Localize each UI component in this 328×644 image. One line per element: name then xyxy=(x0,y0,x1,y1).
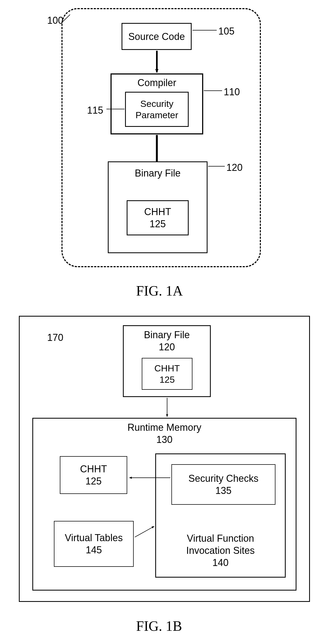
chht-label-1a-line2: 125 xyxy=(150,218,166,230)
ref-115: 115 xyxy=(87,105,103,116)
chht-label-1b-l2: 125 xyxy=(85,475,102,487)
runtime-memory-label: Runtime Memory xyxy=(127,421,201,433)
ref-110: 110 xyxy=(224,86,240,98)
chht-label-1b-l1: CHHT xyxy=(80,463,107,475)
compiler-label: Compiler xyxy=(137,77,176,89)
security-parameter-label: Security Parameter xyxy=(136,98,178,121)
chht-box-1a: CHHT 125 xyxy=(127,200,189,235)
fig1a-caption: FIG. 1A xyxy=(136,283,183,299)
chht-box-1b-top: CHHT 125 xyxy=(142,358,192,390)
ref-170: 170 xyxy=(47,332,63,343)
ref-100: 100 xyxy=(47,15,63,26)
page: 100 Source Code 105 Compiler 110 Securit… xyxy=(0,0,328,644)
runtime-memory-ref: 130 xyxy=(156,433,172,446)
binary-file-label-1b: Binary File xyxy=(144,329,190,341)
chht-label-1b-top1: CHHT xyxy=(154,362,180,374)
fig1b-caption: FIG. 1B xyxy=(136,618,182,634)
security-checks-label: Security Checks xyxy=(188,472,258,484)
virtual-tables-label: Virtual Tables xyxy=(65,532,123,544)
vf-invocation-label: Virtual Function Invocation Sites xyxy=(186,532,255,557)
virtual-tables-box: Virtual Tables 145 xyxy=(54,521,134,567)
chht-label-1a-line1: CHHT xyxy=(144,206,171,218)
binary-file-label-1a: Binary File xyxy=(135,167,181,179)
vf-invocation-ref: 140 xyxy=(212,557,229,569)
ref-120-1a: 120 xyxy=(226,162,243,173)
security-checks-box: Security Checks 135 xyxy=(171,464,275,505)
virtual-tables-ref: 145 xyxy=(86,544,102,556)
ref-105: 105 xyxy=(218,26,234,37)
source-code-box: Source Code xyxy=(122,23,192,50)
source-code-label: Source Code xyxy=(128,30,185,43)
security-parameter-box: Security Parameter xyxy=(125,92,189,127)
security-checks-ref: 135 xyxy=(215,484,232,497)
chht-label-1b-top2: 125 xyxy=(160,374,175,385)
binary-file-ref-1b: 120 xyxy=(159,341,175,353)
chht-box-1b-left: CHHT 125 xyxy=(60,456,127,494)
